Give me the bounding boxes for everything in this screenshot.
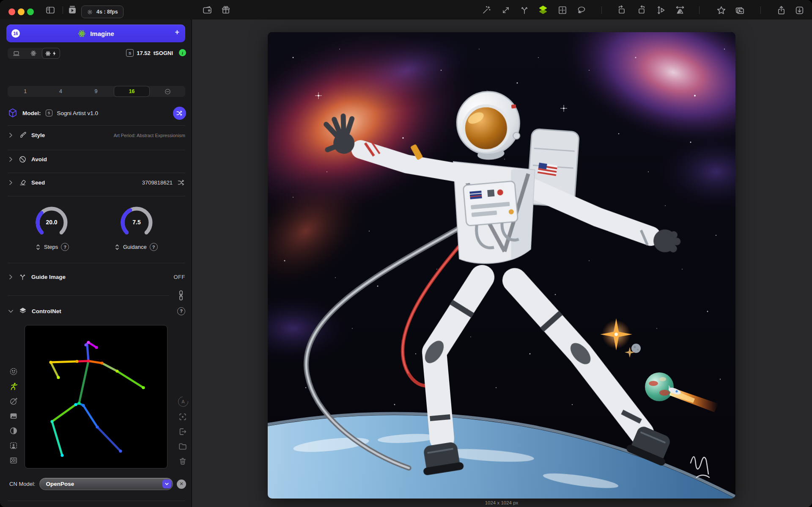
avoid-row[interactable]: Avoid xyxy=(8,155,185,163)
help-icon[interactable]: ? xyxy=(61,243,69,251)
guide-image-label: Guide Image xyxy=(31,274,66,280)
cn-model-row: CN Model: OpenPose ✕ xyxy=(9,478,186,490)
scribble-icon[interactable] xyxy=(9,397,18,406)
auto-rotate-icon[interactable]: A xyxy=(176,394,190,409)
openpose-skeleton xyxy=(25,325,167,468)
cn-model-value: OpenPose xyxy=(46,481,74,487)
export-icon[interactable] xyxy=(178,427,187,436)
image-icon[interactable] xyxy=(9,411,18,421)
controlnet-row[interactable]: ControlNet ? xyxy=(8,307,185,315)
style-value: Art Period: Abstract Expressionism xyxy=(114,133,185,138)
controlnet-pose-preview[interactable] xyxy=(25,325,167,468)
model-value: Sogni Artist v1.0 xyxy=(57,110,99,116)
seed-value: 3709818621 xyxy=(142,179,173,186)
gallery-icon[interactable] xyxy=(734,5,745,16)
chevron-right-icon xyxy=(8,179,14,186)
batch-option-4[interactable]: 4 xyxy=(43,86,79,97)
chevron-right-icon xyxy=(8,274,14,280)
share-icon[interactable] xyxy=(776,5,787,16)
style-row[interactable]: Style Art Period: Abstract Expressionism xyxy=(8,131,185,139)
contrast-icon[interactable] xyxy=(9,426,18,435)
layers-icon[interactable] xyxy=(538,5,549,16)
shuffle-icon[interactable] xyxy=(177,179,185,187)
flip-horizontal-icon[interactable] xyxy=(675,5,686,16)
stepper-icon[interactable] xyxy=(35,244,41,251)
random-model-button[interactable] xyxy=(173,107,186,120)
resize-diagonal-icon[interactable] xyxy=(500,5,511,16)
atom-icon xyxy=(45,50,51,57)
astronaut-artwork xyxy=(268,32,735,499)
stepper-icon[interactable] xyxy=(114,244,120,251)
token-balance: S 17.52 tSOGNI xyxy=(126,49,173,57)
pose-icon[interactable] xyxy=(9,382,18,391)
help-icon[interactable]: ? xyxy=(150,243,158,251)
wallet-icon[interactable] xyxy=(202,5,213,16)
zoom-button[interactable] xyxy=(27,8,34,15)
add-prompt-icon[interactable]: + xyxy=(175,28,179,37)
segment-standard-compute[interactable] xyxy=(25,48,42,59)
batch-option-9[interactable]: 9 xyxy=(78,86,114,97)
frame-grid-icon[interactable] xyxy=(557,5,568,16)
trash-icon[interactable] xyxy=(178,457,187,466)
sogni-model-badge: S xyxy=(46,110,52,116)
model-row[interactable]: Model: S Sogni Artist v1.0 xyxy=(8,108,185,118)
guide-image-state: OFF xyxy=(174,274,186,280)
close-button[interactable] xyxy=(8,8,15,15)
titlebar-divider xyxy=(760,6,761,14)
chevron-down-icon xyxy=(8,308,14,314)
branch-icon[interactable] xyxy=(519,5,530,16)
guide-image-row[interactable]: Guide Image OFF xyxy=(8,273,185,281)
face-icon[interactable] xyxy=(9,367,18,376)
folder-icon[interactable] xyxy=(178,442,187,451)
compute-network-selector xyxy=(8,48,60,59)
star-icon[interactable] xyxy=(716,5,727,16)
pose-tools-strip: A xyxy=(178,397,187,466)
download-icon[interactable] xyxy=(794,5,805,16)
divider xyxy=(8,150,185,150)
tile-icon[interactable] xyxy=(9,456,18,465)
seed-row[interactable]: Seed 3709818621 xyxy=(8,179,185,187)
steps-value: 20.0 xyxy=(34,219,69,226)
batch-count-badge: 16 xyxy=(11,29,20,38)
rotate-left-icon[interactable] xyxy=(616,5,627,16)
info-icon[interactable]: i xyxy=(179,49,186,56)
center-focus-icon[interactable] xyxy=(178,412,187,422)
guidance-value: 7.5 xyxy=(119,219,154,226)
segment-local-compute[interactable] xyxy=(8,48,25,59)
atom-icon xyxy=(77,29,86,38)
cn-model-select[interactable]: OpenPose xyxy=(39,478,173,490)
batch-option-custom[interactable] xyxy=(150,86,185,97)
gift-icon[interactable] xyxy=(220,5,231,16)
titlebar-divider xyxy=(699,6,700,14)
sidebar-toggle-icon[interactable] xyxy=(45,5,56,16)
magic-wand-icon[interactable] xyxy=(481,5,492,16)
branch-icon xyxy=(19,273,27,281)
rotate-right-icon[interactable] xyxy=(636,5,647,16)
sidebar: 16 Imagine + S 17.52 tSOGNI i xyxy=(0,19,192,507)
render-queue-icon[interactable] xyxy=(67,5,78,16)
atom-icon xyxy=(30,50,37,57)
batch-option-16[interactable]: 16 xyxy=(114,86,150,97)
controlnet-mode-strip xyxy=(9,367,18,465)
divider xyxy=(8,196,185,196)
help-icon[interactable]: ? xyxy=(177,307,185,315)
fps-label: 4s : 8fps xyxy=(96,9,118,15)
animation-settings-button[interactable]: 4s : 8fps xyxy=(81,6,123,18)
divider xyxy=(8,501,185,501)
clear-cn-model-button[interactable]: ✕ xyxy=(177,479,186,489)
imagine-button[interactable]: 16 Imagine + xyxy=(6,25,185,42)
lasso-icon[interactable] xyxy=(576,5,587,16)
segment-person-icon[interactable] xyxy=(9,441,18,450)
generated-image[interactable] xyxy=(268,32,735,499)
batch-option-1[interactable]: 1 xyxy=(8,86,43,97)
token-symbol: tSOGNI xyxy=(154,50,173,56)
link-icon[interactable] xyxy=(176,289,186,301)
image-size-caption: 1024 x 1024 px xyxy=(268,500,735,505)
chevron-down-icon[interactable] xyxy=(162,479,171,488)
divider xyxy=(8,263,185,263)
batch-size-selector: 1 4 9 16 xyxy=(8,86,185,97)
flip-vertical-icon[interactable] xyxy=(656,5,667,16)
divider xyxy=(8,125,185,126)
minimize-button[interactable] xyxy=(18,8,25,15)
segment-fast-compute[interactable] xyxy=(42,48,60,59)
